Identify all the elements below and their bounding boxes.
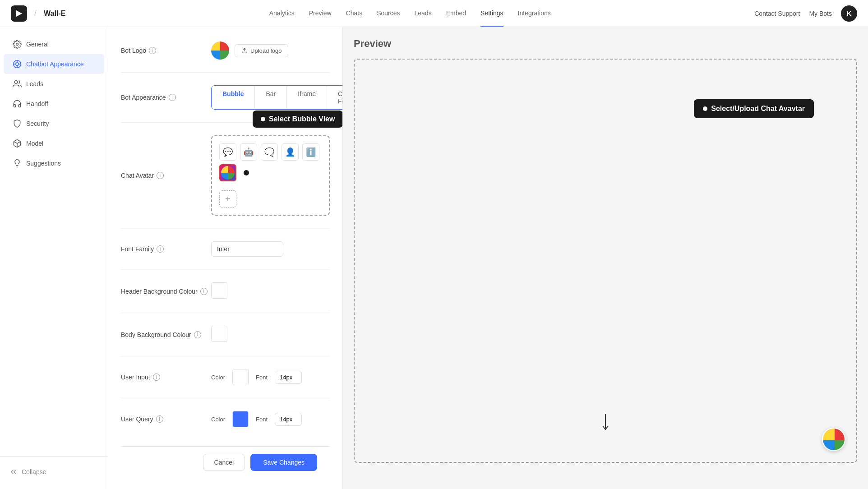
avatar-icon-agent[interactable]: 👤	[282, 143, 299, 161]
sidebar-label-model: Model	[26, 140, 43, 147]
chat-avatar-tooltip: Select/Upload Chat Avavtar	[694, 99, 814, 118]
tooltip-avatar-dot	[703, 106, 707, 111]
tab-chats[interactable]: Chats	[346, 0, 363, 27]
user-input-color-swatch[interactable]	[232, 369, 249, 385]
sidebar: General Chatbot Appearance Leads Handoff	[0, 27, 108, 489]
header-bg-colour-row: Header Background Colour i	[121, 282, 330, 313]
preview-dashed-box	[354, 59, 857, 463]
appearance-tab-bubble[interactable]: Bubble	[212, 86, 255, 109]
user-input-label: User Input i	[121, 374, 211, 381]
appearance-tab-bar[interactable]: Bar	[255, 86, 287, 109]
header-bg-colour-label: Header Background Colour i	[121, 288, 211, 295]
user-input-font-size[interactable]	[275, 371, 302, 384]
tab-sources[interactable]: Sources	[377, 0, 400, 27]
separator: /	[34, 9, 37, 18]
header-bg-colour-control	[211, 282, 330, 300]
sidebar-label-handoff: Handoff	[26, 100, 48, 107]
contact-support-link[interactable]: Contact Support	[754, 10, 800, 17]
avatar-add-button[interactable]: +	[219, 190, 236, 208]
bot-logo-image	[211, 42, 229, 60]
font-family-control	[211, 241, 330, 257]
avatar-icon-info[interactable]: ℹ️	[302, 143, 319, 161]
font-family-info-icon[interactable]: i	[157, 245, 164, 253]
body-bg-colour-label: Body Background Colour i	[121, 331, 211, 338]
sidebar-item-model[interactable]: Model	[4, 134, 104, 153]
bubble-view-tooltip: Select Bubble View	[253, 111, 343, 128]
avatar-icon-robot[interactable]: 🤖	[240, 143, 257, 161]
avatar-icon-custom[interactable]	[219, 164, 236, 181]
save-changes-button[interactable]: Save Changes	[250, 454, 317, 471]
user-query-info-icon[interactable]: i	[156, 415, 163, 423]
settings-panel: Select Bubble View Bot Logo i Upload log…	[108, 27, 343, 489]
content-area: Select Bubble View Bot Logo i Upload log…	[108, 27, 868, 489]
bot-appearance-info-icon[interactable]: i	[169, 94, 176, 101]
sidebar-item-security[interactable]: Security	[4, 114, 104, 134]
appearance-tabs: Bubble Bar Iframe Conversational Form	[211, 85, 343, 110]
headset-icon	[13, 99, 22, 108]
tab-integrations[interactable]: Integrations	[518, 0, 551, 27]
user-input-font-label: Font	[256, 374, 268, 381]
tab-settings[interactable]: Settings	[480, 0, 503, 27]
top-bar: / Wall-E Analytics Preview Chats Sources…	[0, 0, 868, 27]
app-logo	[11, 5, 27, 22]
sidebar-item-leads[interactable]: Leads	[4, 74, 104, 94]
sidebar-item-general[interactable]: General	[4, 34, 104, 54]
tab-preview[interactable]: Preview	[309, 0, 332, 27]
tab-analytics[interactable]: Analytics	[269, 0, 295, 27]
user-input-info-icon[interactable]: i	[153, 374, 160, 381]
user-query-color-swatch[interactable]	[232, 411, 249, 427]
cancel-button[interactable]: Cancel	[203, 454, 245, 471]
user-query-font-label: Font	[256, 416, 268, 423]
appearance-tab-conversational-form[interactable]: Conversational Form	[327, 86, 343, 109]
sidebar-label-suggestions: Suggestions	[26, 160, 61, 167]
main-layout: General Chatbot Appearance Leads Handoff	[0, 27, 868, 489]
collapse-icon	[9, 467, 18, 476]
header-bg-colour-swatch[interactable]	[211, 282, 227, 299]
collapse-button[interactable]: Collapse	[0, 462, 108, 482]
body-bg-colour-row: Body Background Colour i	[121, 326, 330, 356]
avatar-icon-chat[interactable]: 💬	[219, 143, 236, 161]
user-avatar[interactable]: K	[841, 5, 857, 22]
sidebar-bottom: Collapse	[0, 456, 108, 482]
preview-title: Preview	[354, 38, 857, 50]
sidebar-item-chatbot-appearance[interactable]: Chatbot Appearance	[4, 54, 104, 74]
body-bg-colour-control	[211, 326, 330, 343]
sidebar-item-suggestions[interactable]: Suggestions	[4, 153, 104, 173]
user-query-control: Color Font	[211, 411, 330, 427]
bot-logo-row: Bot Logo i Upload logo	[121, 42, 330, 73]
bot-logo-control: Upload logo	[211, 42, 330, 60]
collapse-label: Collapse	[22, 468, 46, 475]
preview-arrow-down	[600, 414, 611, 435]
chat-avatar-info-icon[interactable]: i	[157, 172, 164, 179]
user-input-control: Color Font	[211, 369, 330, 385]
gear-icon	[13, 40, 22, 49]
chat-bubble-preview	[822, 428, 845, 451]
shield-icon	[13, 119, 22, 128]
brush-icon	[13, 60, 22, 69]
arrow-down-icon	[600, 414, 611, 432]
sidebar-label-chatbot-appearance: Chatbot Appearance	[26, 60, 84, 68]
logo-area: / Wall-E	[11, 5, 65, 22]
sidebar-label-leads: Leads	[26, 80, 43, 88]
lightbulb-icon	[13, 159, 22, 168]
main-nav: Analytics Preview Chats Sources Leads Em…	[269, 0, 551, 27]
font-family-label: Font Family i	[121, 245, 211, 253]
user-query-label: User Query i	[121, 415, 211, 423]
upload-logo-button[interactable]: Upload logo	[235, 44, 288, 57]
svg-point-1	[16, 43, 18, 46]
header-bg-info-icon[interactable]: i	[200, 288, 208, 295]
body-bg-colour-swatch[interactable]	[211, 326, 227, 342]
appearance-tab-iframe[interactable]: Iframe	[287, 86, 327, 109]
sidebar-label-security: Security	[26, 120, 49, 127]
avatar-icon-message[interactable]: 🗨️	[261, 143, 278, 161]
footer-buttons: Cancel Save Changes	[121, 446, 330, 478]
user-input-row: User Input i Color Font	[121, 369, 330, 398]
bot-logo-info-icon[interactable]: i	[149, 47, 156, 54]
font-family-input[interactable]	[211, 241, 283, 257]
body-bg-info-icon[interactable]: i	[194, 331, 201, 338]
tab-embed[interactable]: Embed	[446, 0, 466, 27]
sidebar-item-handoff[interactable]: Handoff	[4, 94, 104, 114]
user-query-font-size[interactable]	[275, 413, 302, 426]
tab-leads[interactable]: Leads	[415, 0, 432, 27]
my-bots-link[interactable]: My Bots	[809, 10, 832, 17]
